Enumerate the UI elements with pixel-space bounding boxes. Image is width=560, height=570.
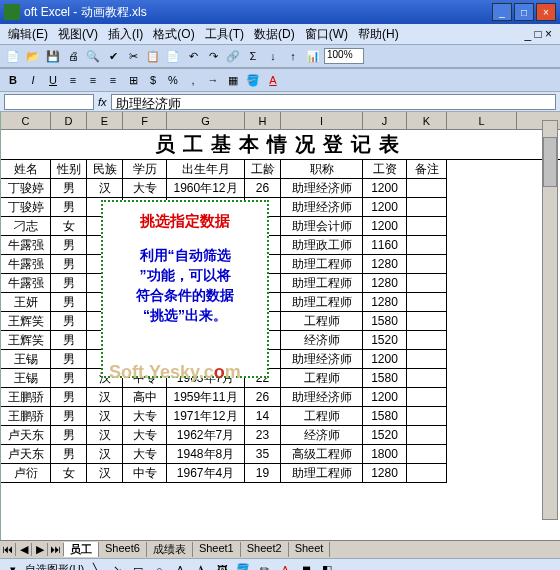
menu-edit[interactable]: 编辑(E) [4, 24, 52, 45]
sort-desc-icon[interactable]: ↑ [284, 47, 302, 65]
col-header[interactable]: F [123, 112, 167, 129]
col-header[interactable]: J [363, 112, 407, 129]
font-color2-icon[interactable]: A [276, 561, 294, 571]
tab-first-icon[interactable]: ⏮ [0, 543, 16, 556]
menu-insert[interactable]: 插入(I) [104, 24, 147, 45]
col-header[interactable]: E [87, 112, 123, 129]
cut-icon[interactable]: ✂ [124, 47, 142, 65]
data-cell[interactable] [407, 407, 447, 426]
data-cell[interactable] [407, 464, 447, 483]
data-cell[interactable]: 1200 [363, 179, 407, 198]
data-cell[interactable]: 丁骏婷 [1, 179, 51, 198]
sheet-tab[interactable]: Sheet [289, 542, 331, 557]
header-cell[interactable]: 出生年月 [167, 160, 245, 179]
3d-icon[interactable]: ◧ [318, 561, 336, 571]
col-header[interactable]: G [167, 112, 245, 129]
data-cell[interactable]: 男 [51, 312, 87, 331]
mdi-restore[interactable]: _ □ × [520, 25, 556, 43]
percent-icon[interactable]: % [164, 71, 182, 89]
line-color-icon[interactable]: ✏ [255, 561, 273, 571]
data-cell[interactable]: 王鹏骄 [1, 388, 51, 407]
menu-help[interactable]: 帮助(H) [354, 24, 403, 45]
print-icon[interactable]: 🖨 [64, 47, 82, 65]
data-cell[interactable]: 大专 [123, 407, 167, 426]
data-cell[interactable]: 1200 [363, 198, 407, 217]
tab-next-icon[interactable]: ▶ [32, 543, 48, 556]
arrow-icon[interactable]: ↘ [108, 561, 126, 571]
data-cell[interactable] [407, 179, 447, 198]
data-cell[interactable]: 1967年4月 [167, 464, 245, 483]
data-cell[interactable]: 23 [245, 426, 281, 445]
data-cell[interactable]: 汉 [87, 179, 123, 198]
data-cell[interactable]: 男 [51, 426, 87, 445]
data-cell[interactable]: 丁骏婷 [1, 198, 51, 217]
align-center-icon[interactable]: ≡ [84, 71, 102, 89]
data-cell[interactable] [407, 350, 447, 369]
data-cell[interactable]: 1280 [363, 274, 407, 293]
fx-icon[interactable]: fx [98, 96, 107, 108]
data-cell[interactable] [407, 293, 447, 312]
sheet-tab[interactable]: 员工 [64, 542, 99, 557]
clipart-icon[interactable]: 🖼 [213, 561, 231, 571]
data-cell[interactable]: 男 [51, 236, 87, 255]
link-icon[interactable]: 🔗 [224, 47, 242, 65]
textbox-icon[interactable]: A [171, 561, 189, 571]
font-color-icon[interactable]: A [264, 71, 282, 89]
col-header[interactable]: C [1, 112, 51, 129]
spell-icon[interactable]: ✔ [104, 47, 122, 65]
data-cell[interactable]: 1580 [363, 407, 407, 426]
data-cell[interactable]: 1280 [363, 255, 407, 274]
data-cell[interactable]: 助理工程师 [281, 293, 363, 312]
redo-icon[interactable]: ↷ [204, 47, 222, 65]
data-cell[interactable]: 助理政工师 [281, 236, 363, 255]
data-cell[interactable]: 牛露强 [1, 274, 51, 293]
oval-icon[interactable]: ○ [150, 561, 168, 571]
data-cell[interactable]: 19 [245, 464, 281, 483]
tab-prev-icon[interactable]: ◀ [16, 543, 32, 556]
data-cell[interactable]: 王鹏骄 [1, 407, 51, 426]
data-cell[interactable]: 1962年7月 [167, 426, 245, 445]
data-cell[interactable]: 1200 [363, 388, 407, 407]
header-cell[interactable]: 民族 [87, 160, 123, 179]
data-cell[interactable]: 26 [245, 388, 281, 407]
data-cell[interactable]: 1948年8月 [167, 445, 245, 464]
data-cell[interactable] [407, 331, 447, 350]
data-cell[interactable]: 1960年12月 [167, 179, 245, 198]
rect-icon[interactable]: ▭ [129, 561, 147, 571]
col-header[interactable]: H [245, 112, 281, 129]
data-cell[interactable]: 卢天东 [1, 445, 51, 464]
fill-icon[interactable]: 🪣 [234, 561, 252, 571]
shadow-icon[interactable]: ◼ [297, 561, 315, 571]
data-cell[interactable]: 卢天东 [1, 426, 51, 445]
data-cell[interactable] [407, 312, 447, 331]
data-cell[interactable]: 1800 [363, 445, 407, 464]
data-cell[interactable]: 助理工程师 [281, 274, 363, 293]
data-cell[interactable]: 汉 [87, 445, 123, 464]
data-cell[interactable]: 女 [51, 217, 87, 236]
data-cell[interactable]: 助理经济师 [281, 198, 363, 217]
sheet-tab[interactable]: Sheet2 [241, 542, 289, 557]
data-cell[interactable]: 男 [51, 179, 87, 198]
data-cell[interactable]: 男 [51, 293, 87, 312]
data-cell[interactable]: 卢衍 [1, 464, 51, 483]
name-box[interactable] [4, 94, 94, 110]
undo-icon[interactable]: ↶ [184, 47, 202, 65]
preview-icon[interactable]: 🔍 [84, 47, 102, 65]
data-cell[interactable]: 1280 [363, 293, 407, 312]
data-cell[interactable]: 助理经济师 [281, 179, 363, 198]
data-cell[interactable] [407, 217, 447, 236]
data-cell[interactable]: 男 [51, 274, 87, 293]
sheet-tab[interactable]: 成绩表 [147, 542, 193, 557]
menu-view[interactable]: 视图(V) [54, 24, 102, 45]
data-cell[interactable]: 王妍 [1, 293, 51, 312]
data-cell[interactable]: 助理工程师 [281, 464, 363, 483]
bold-icon[interactable]: B [4, 71, 22, 89]
data-cell[interactable]: 汉 [87, 407, 123, 426]
vertical-scrollbar[interactable] [542, 120, 558, 520]
header-cell[interactable]: 性别 [51, 160, 87, 179]
menu-tools[interactable]: 工具(T) [201, 24, 248, 45]
data-cell[interactable]: 男 [51, 388, 87, 407]
data-cell[interactable]: 刁志 [1, 217, 51, 236]
data-cell[interactable]: 男 [51, 198, 87, 217]
open-icon[interactable]: 📂 [24, 47, 42, 65]
